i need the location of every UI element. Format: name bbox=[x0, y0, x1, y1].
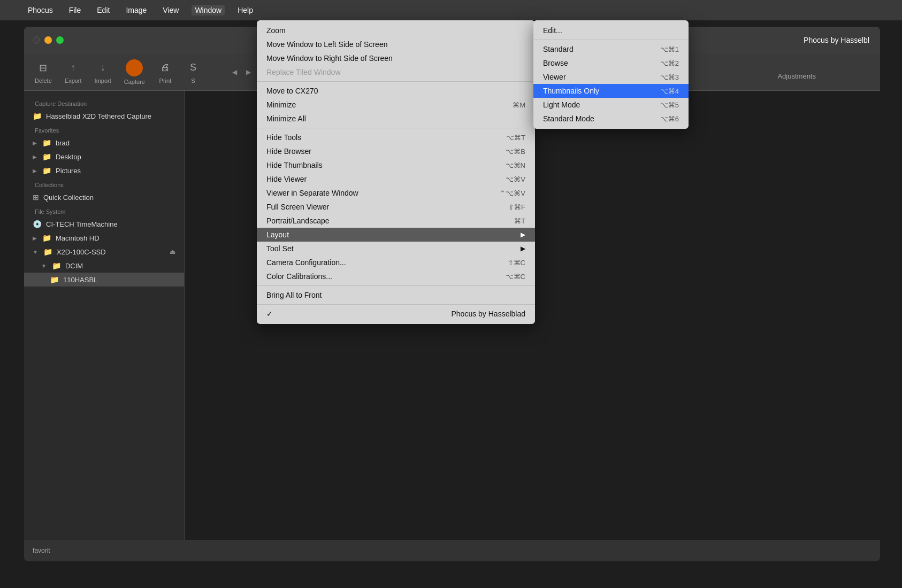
menu-item-move-cx270[interactable]: Move to CX270 bbox=[257, 84, 535, 98]
menu-item-hide-thumbnails[interactable]: Hide Thumbnails ⌥⌘N bbox=[257, 158, 535, 172]
standard-mode-label: Standard Mode bbox=[543, 114, 594, 123]
minimize-button[interactable] bbox=[44, 36, 52, 44]
sidebar-item-macintosh-hd[interactable]: ▶ 📁 Macintosh HD bbox=[24, 231, 184, 245]
menu-item-phocus[interactable]: ✓ Phocus by Hasselblad bbox=[257, 307, 535, 321]
export-icon: ↑ bbox=[66, 60, 81, 75]
menu-item-hide-tools[interactable]: Hide Tools ⌥⌘T bbox=[257, 130, 535, 144]
delete-icon: ⊟ bbox=[36, 60, 51, 75]
hide-thumbnails-shortcut: ⌥⌘N bbox=[506, 161, 525, 169]
hide-viewer-label: Hide Viewer bbox=[266, 175, 307, 183]
menu-item-bring-all[interactable]: Bring All to Front bbox=[257, 288, 535, 302]
submenu-item-browse[interactable]: Browse ⌥⌘2 bbox=[533, 56, 689, 70]
submenu-item-standard[interactable]: Standard ⌥⌘1 bbox=[533, 42, 689, 56]
menu-item-color-calibrations[interactable]: Color Calibrations... ⌥⌘C bbox=[257, 269, 535, 283]
menu-item-full-screen[interactable]: Full Screen Viewer ⇧⌘F bbox=[257, 200, 535, 214]
edit-menu[interactable]: Edit bbox=[94, 5, 113, 16]
menu-item-portrait-landscape[interactable]: Portrait/Landscape ⌘T bbox=[257, 214, 535, 228]
hide-tools-shortcut: ⌥⌘T bbox=[506, 134, 525, 142]
menu-item-hide-viewer[interactable]: Hide Viewer ⌥⌘V bbox=[257, 172, 535, 186]
export-button[interactable]: ↑ Export bbox=[65, 60, 82, 84]
file-system-section-label: File System bbox=[24, 204, 184, 217]
import-icon: ↓ bbox=[95, 60, 110, 75]
expand-icon-macintosh: ▶ bbox=[33, 235, 37, 241]
minimize-all-label: Minimize All bbox=[266, 114, 306, 123]
x2d-ssd-label: X2D-100C-SSD bbox=[57, 248, 106, 256]
close-button[interactable] bbox=[33, 36, 40, 44]
menu-item-move-right[interactable]: Move Window to Right Side of Screen bbox=[257, 51, 535, 65]
submenu-item-thumbnails-only[interactable]: Thumbnails Only ⌥⌘4 bbox=[533, 84, 689, 98]
sidebar-item-dcim[interactable]: ▼ 📁 DCIM bbox=[24, 259, 184, 273]
standard-mode-shortcut: ⌥⌘6 bbox=[660, 115, 679, 123]
eject-icon-x2d[interactable]: ⏏ bbox=[170, 248, 175, 256]
hide-thumbnails-label: Hide Thumbnails bbox=[266, 161, 323, 169]
folder-icon-x2d: 📁 bbox=[43, 247, 52, 256]
menu-item-hide-browser[interactable]: Hide Browser ⌥⌘B bbox=[257, 144, 535, 158]
next-folder-button[interactable]: ▶ bbox=[243, 67, 254, 78]
menu-item-layout[interactable]: Layout ▶ bbox=[257, 228, 535, 242]
sidebar-item-desktop[interactable]: ▶ 📁 Desktop bbox=[24, 150, 184, 164]
file-menu[interactable]: File bbox=[66, 5, 85, 16]
thumbnails-only-shortcut: ⌥⌘4 bbox=[660, 87, 679, 95]
bottom-bar-label: favorit bbox=[33, 547, 50, 554]
menu-item-move-left[interactable]: Move Window to Left Side of Screen bbox=[257, 37, 535, 51]
light-mode-label: Light Mode bbox=[543, 100, 580, 109]
maximize-button[interactable] bbox=[56, 36, 64, 44]
hide-tools-label: Hide Tools bbox=[266, 133, 301, 142]
ci-tech-label: CI-TECH TimeMachine bbox=[46, 220, 118, 228]
camera-config-shortcut: ⇧⌘C bbox=[508, 259, 525, 267]
tool-set-label: Tool Set bbox=[266, 244, 294, 253]
phocus-menu[interactable]: Phocus bbox=[25, 5, 56, 16]
share-button[interactable]: S S bbox=[186, 60, 201, 84]
sidebar-capture-destination[interactable]: 📁 Hasselblad X2D Tethered Capture bbox=[24, 109, 184, 123]
sidebar-item-pictures[interactable]: ▶ 📁 Pictures bbox=[24, 164, 184, 177]
hide-browser-shortcut: ⌥⌘B bbox=[506, 148, 525, 156]
submenu-item-standard-mode[interactable]: Standard Mode ⌥⌘6 bbox=[533, 112, 689, 126]
menu-item-minimize-all[interactable]: Minimize All bbox=[257, 112, 535, 126]
image-menu[interactable]: Image bbox=[123, 5, 150, 16]
submenu-item-light-mode[interactable]: Light Mode ⌥⌘5 bbox=[533, 98, 689, 112]
window-menu[interactable]: Window bbox=[192, 5, 225, 16]
sidebar-item-x2d-ssd[interactable]: ▼ 📁 X2D-100C-SSD ⏏ bbox=[24, 245, 184, 259]
sidebar-item-ci-tech[interactable]: 💿 CI-TECH TimeMachine bbox=[24, 217, 184, 231]
view-menu[interactable]: View bbox=[159, 5, 182, 16]
browse-shortcut: ⌥⌘2 bbox=[660, 59, 679, 67]
menu-sep-4 bbox=[257, 304, 535, 305]
delete-button[interactable]: ⊟ Delete bbox=[35, 60, 52, 84]
viewer-separate-label: Viewer in Separate Window bbox=[266, 189, 358, 197]
portrait-landscape-shortcut: ⌘T bbox=[514, 217, 525, 225]
print-button[interactable]: 🖨 Print bbox=[158, 60, 173, 84]
capture-button[interactable]: Capture bbox=[124, 59, 145, 85]
delete-label: Delete bbox=[35, 78, 52, 84]
adjustments-label: Adjustments bbox=[777, 72, 816, 80]
sidebar-label-brad: brad bbox=[56, 139, 70, 147]
collections-section-label: Collections bbox=[24, 177, 184, 190]
standard-layout-label: Standard bbox=[543, 45, 574, 53]
import-button[interactable]: ↓ Import bbox=[95, 60, 111, 84]
menu-item-viewer-separate[interactable]: Viewer in Separate Window ⌃⌥⌘V bbox=[257, 186, 535, 200]
print-icon: 🖨 bbox=[158, 60, 173, 75]
sidebar-item-brad[interactable]: ▶ 📁 brad bbox=[24, 136, 184, 150]
expand-icon-pictures: ▶ bbox=[33, 168, 37, 174]
menu-item-zoom[interactable]: Zoom bbox=[257, 24, 535, 37]
apple-menu[interactable] bbox=[6, 9, 13, 11]
camera-config-label: Camera Configuration... bbox=[266, 258, 346, 267]
folder-icon-pictures: 📁 bbox=[42, 166, 51, 175]
menu-item-camera-config[interactable]: Camera Configuration... ⇧⌘C bbox=[257, 256, 535, 269]
phocus-label: Phocus by Hasselblad bbox=[451, 310, 525, 318]
submenu-item-viewer[interactable]: Viewer ⌥⌘3 bbox=[533, 70, 689, 84]
menu-item-tool-set[interactable]: Tool Set ▶ bbox=[257, 242, 535, 256]
menu-item-minimize[interactable]: Minimize ⌘M bbox=[257, 98, 535, 112]
help-menu[interactable]: Help bbox=[234, 5, 256, 16]
capture-label: Capture bbox=[124, 79, 145, 85]
export-label: Export bbox=[65, 78, 82, 84]
capture-icon bbox=[126, 59, 143, 76]
menu-sep-1 bbox=[257, 81, 535, 82]
phocus-checkmark: ✓ bbox=[266, 310, 273, 318]
submenu-item-edit[interactable]: Edit... bbox=[533, 24, 689, 37]
sidebar-item-110hasbl[interactable]: 📁 110HASBL bbox=[24, 273, 184, 287]
favorites-section-label: Favorites bbox=[24, 123, 184, 136]
prev-folder-button[interactable]: ◀ bbox=[230, 67, 240, 78]
sidebar-item-quick-collection[interactable]: ⊞ Quick Collection bbox=[24, 190, 184, 204]
expand-icon-dcim: ▼ bbox=[41, 263, 47, 269]
folder-icon-brad: 📁 bbox=[42, 138, 51, 147]
